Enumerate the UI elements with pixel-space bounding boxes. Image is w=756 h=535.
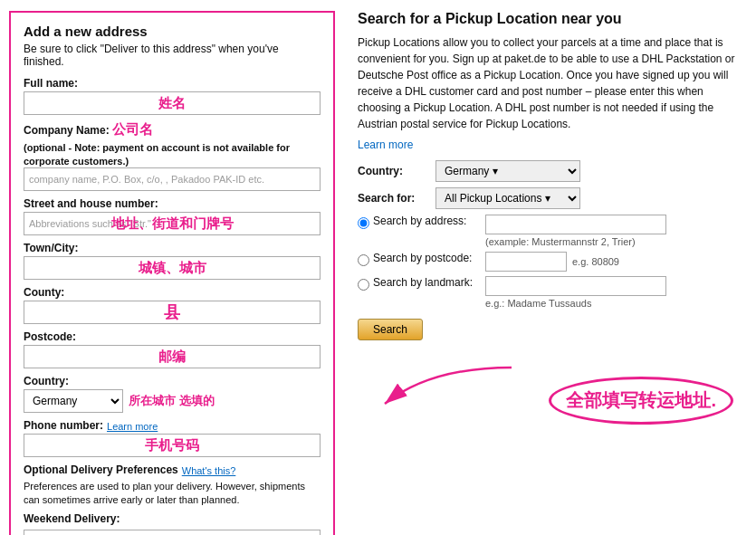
annotation-area: 全部填写转运地址. [358, 358, 742, 425]
town-input-wrapper: 城镇、城市 [24, 256, 321, 280]
search-by-landmark-radio[interactable] [358, 279, 369, 291]
landmark-eg: e.g.: Madame Tussauds [485, 298, 666, 309]
country-search-label: Country: [358, 165, 430, 177]
left-panel: Add a new address Be sure to click "Deli… [9, 11, 335, 535]
company-name-group: Company Name: 公司名 (optional - Note: paym… [24, 121, 321, 191]
search-by-postcode-input[interactable] [485, 252, 567, 272]
optional-section: Optional Delivery Preferences What's thi… [24, 463, 321, 535]
right-panel: Search for a Pickup Location near you Pi… [353, 11, 747, 535]
company-name-note: (optional - Note: payment on account is … [24, 142, 290, 167]
search-by-address-label: Search by address: [373, 215, 482, 227]
company-name-annotation: 公司名 [112, 121, 153, 137]
search-by-address-example: (example: Mustermannstr 2, Trier) [485, 236, 666, 247]
town-input[interactable] [24, 256, 321, 280]
left-panel-subtitle: Be sure to click "Deliver to this addres… [24, 43, 321, 68]
search-by-postcode-row: Search by postcode: e.g. 80809 [358, 252, 742, 272]
company-name-input[interactable] [24, 167, 321, 191]
street-input[interactable] [24, 212, 321, 235]
optional-whats-this-link[interactable]: What's this? [182, 465, 236, 476]
full-name-group: Full name: 姓名 [24, 77, 321, 115]
right-panel-title: Search for a Pickup Location near you [358, 11, 742, 27]
postcode-label: Postcode: [24, 330, 321, 343]
weekend-label: Weekend Delivery: [24, 512, 321, 525]
full-name-input[interactable] [24, 91, 321, 115]
page-container: Add a new address Be sure to click "Deli… [0, 0, 756, 535]
phone-input[interactable] [24, 434, 321, 457]
search-by-address-input[interactable] [485, 215, 666, 234]
country-search-row: Country: Germany ▾ [358, 160, 742, 182]
optional-desc: Preferences are used to plan your delive… [24, 480, 321, 508]
big-annotation: 全部填写转运地址. [549, 377, 733, 425]
pickup-desc: Pickup Locations allow you to collect yo… [358, 34, 742, 132]
phone-group: Phone number: Learn more 手机号码 [24, 419, 321, 457]
search-by-landmark-label: Search by landmark: [373, 276, 482, 289]
postcode-input-wrapper: 邮编 [24, 345, 321, 368]
postcode-group: Postcode: 邮编 [24, 330, 321, 368]
search-by-postcode-radio[interactable] [358, 254, 369, 266]
search-for-select[interactable]: All Pickup Locations ▾ [435, 187, 580, 209]
country-annotation: 所在城市 选填的 [129, 393, 215, 409]
search-section: Country: Germany ▾ Search for: All Picku… [358, 160, 742, 340]
phone-label: Phone number: [24, 419, 103, 432]
search-by-postcode-label: Search by postcode: [373, 252, 482, 264]
street-group: Street and house number: 地址、街道和门牌号 [24, 197, 321, 235]
full-name-label: Full name: [24, 77, 321, 90]
town-label: Town/City: [24, 242, 321, 254]
country-group: Country: Germany 所在城市 选填的 [24, 375, 321, 413]
street-label: Street and house number: [24, 197, 321, 210]
search-by-landmark-input[interactable] [485, 276, 666, 296]
phone-input-wrapper: 手机号码 [24, 434, 321, 457]
search-for-row: Search for: All Pickup Locations ▾ [358, 187, 742, 209]
search-for-label: Search for: [358, 192, 430, 205]
left-panel-title: Add a new address [24, 24, 321, 39]
full-name-input-wrapper: 姓名 [24, 91, 321, 115]
postcode-eg: e.g. 80809 [572, 256, 619, 267]
postcode-input[interactable] [24, 345, 321, 368]
learn-more-link[interactable]: Learn more [358, 139, 413, 151]
weekend-select[interactable]: Choose available days [24, 530, 321, 535]
phone-learn-more-link[interactable]: Learn more [107, 421, 158, 432]
country-label: Country: [24, 375, 321, 387]
optional-label: Optional Delivery Preferences [24, 463, 178, 476]
street-input-wrapper: 地址、街道和门牌号 [24, 212, 321, 235]
county-input[interactable] [24, 301, 321, 324]
country-search-select[interactable]: Germany ▾ [435, 160, 580, 182]
search-by-address-radio[interactable] [358, 217, 369, 229]
search-by-landmark-row: Search by landmark: e.g.: Madame Tussaud… [358, 276, 742, 309]
company-name-label: Company Name: 公司名 [24, 121, 321, 139]
town-group: Town/City: 城镇、城市 [24, 242, 321, 280]
country-select[interactable]: Germany [24, 389, 123, 413]
search-by-address-row: Search by address: (example: Mustermanns… [358, 215, 742, 247]
county-label: County: [24, 286, 321, 299]
county-group: County: 县 [24, 286, 321, 324]
search-button[interactable]: Search [358, 319, 423, 340]
county-input-wrapper: 县 [24, 301, 321, 324]
